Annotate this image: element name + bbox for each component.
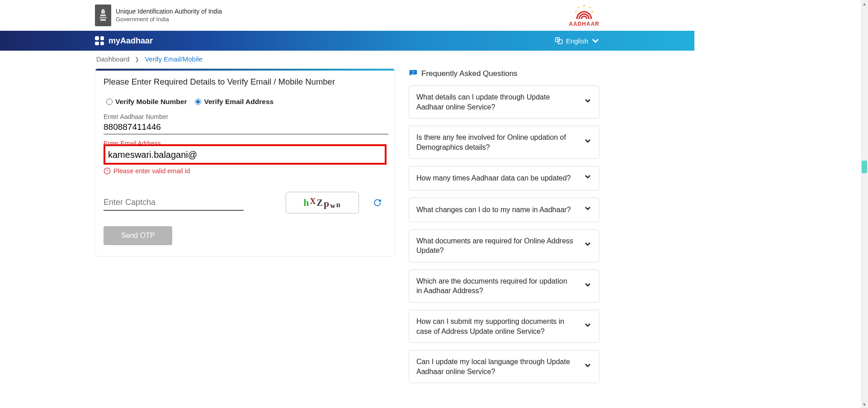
verify-card: Please Enter Required Details to Verify … — [95, 68, 395, 256]
scrollbar-thumb[interactable] — [862, 161, 867, 173]
aadhaar-logo: AADHAAR — [569, 4, 599, 27]
language-label: English — [566, 37, 588, 45]
aadhaar-label: Enter Aadhaar Number — [104, 113, 387, 120]
faq-item-text: What details can I update through Update… — [416, 92, 575, 112]
faq-item[interactable]: What details can I update through Update… — [409, 85, 599, 119]
chevron-down-icon — [584, 97, 592, 108]
chevron-down-icon — [584, 361, 592, 372]
faq-heading-text: Frequently Asked Questions — [421, 69, 518, 78]
top-header: Unique Identification Authority of India… — [0, 0, 694, 31]
breadcrumb-current: Verify Email/Mobile — [145, 55, 203, 63]
breadcrumb: Dashboard ❯ Verify Email/Mobile — [0, 51, 694, 65]
faq-item-text: Can I update my local language through U… — [416, 357, 575, 376]
breadcrumb-dashboard[interactable]: Dashboard — [96, 55, 129, 63]
captcha-image: hXZpwn — [286, 192, 359, 213]
radio-mobile-label: Verify Mobile Number — [115, 98, 187, 106]
radio-email-label: Verify Email Address — [204, 98, 274, 106]
scroll-up-icon[interactable]: ▲ — [861, 0, 868, 7]
send-otp-button[interactable]: Send OTP — [104, 226, 172, 245]
chevron-down-icon — [591, 37, 599, 45]
faq-item-text: How can I submit my supporting documents… — [416, 317, 575, 336]
card-title: Please Enter Required Details to Verify … — [104, 77, 387, 87]
faq-item[interactable]: Can I update my local language through U… — [409, 350, 599, 383]
language-selector[interactable]: English — [555, 37, 599, 45]
captcha-text: hXZpwn — [303, 197, 341, 209]
org-line1: Unique Identification Authority of India — [116, 7, 222, 15]
chevron-right-icon: ❯ — [135, 56, 139, 62]
ashoka-emblem-icon — [95, 5, 111, 26]
faq-icon — [409, 69, 418, 78]
brand[interactable]: myAadhaar — [95, 36, 153, 46]
grid-icon — [95, 36, 104, 45]
govt-logo-block: Unique Identification Authority of India… — [95, 5, 222, 26]
faq-item[interactable]: How many times Aadhaar data can be updat… — [409, 166, 599, 190]
email-error-text: Please enter valid email id — [113, 167, 190, 175]
captcha-input[interactable] — [104, 195, 244, 211]
aadhaar-text: AADHAAR — [569, 21, 599, 27]
chevron-down-icon — [584, 173, 592, 184]
email-input[interactable] — [108, 148, 393, 162]
faq-item-text: What documents are required for Online A… — [416, 236, 575, 256]
faq-item-text: Is there any fee involved for Online upd… — [416, 133, 575, 152]
translate-icon — [555, 37, 563, 45]
scrollbar-track[interactable]: ▲ ▼ — [861, 0, 868, 399]
reload-icon — [373, 199, 382, 207]
org-line2: Government of India — [116, 16, 222, 24]
nav-bar: myAadhaar English — [0, 31, 694, 51]
chevron-down-icon — [584, 204, 592, 215]
faq-heading: Frequently Asked Questions — [409, 69, 599, 78]
chevron-down-icon — [584, 240, 592, 251]
chevron-down-icon — [584, 281, 592, 292]
chevron-down-icon — [584, 137, 592, 148]
radio-mobile[interactable]: Verify Mobile Number — [106, 98, 187, 106]
faq-item-text: What changes can I do to my name in Aadh… — [416, 205, 571, 215]
faq-item[interactable]: How can I submit my supporting documents… — [409, 310, 599, 343]
faq-item[interactable]: What documents are required for Online A… — [409, 229, 599, 262]
faq-sidebar: Frequently Asked Questions What details … — [409, 68, 599, 390]
aadhaar-input[interactable] — [104, 120, 388, 134]
radio-email[interactable]: Verify Email Address — [195, 98, 274, 106]
error-icon — [104, 167, 111, 175]
faq-item-text: Which are the documents required for upd… — [416, 276, 575, 296]
org-text: Unique Identification Authority of India… — [116, 7, 222, 23]
chevron-down-icon — [584, 321, 592, 332]
captcha-reload-button[interactable] — [373, 199, 382, 207]
faq-item[interactable]: Which are the documents required for upd… — [409, 270, 599, 303]
faq-item[interactable]: Is there any fee involved for Online upd… — [409, 126, 599, 159]
brand-text: myAadhaar — [108, 36, 153, 46]
faq-item[interactable]: What changes can I do to my name in Aadh… — [409, 198, 599, 222]
aadhaar-sun-icon — [571, 4, 598, 20]
faq-item-text: How many times Aadhaar data can be updat… — [416, 173, 571, 183]
email-error: Please enter valid email id — [104, 167, 387, 175]
email-highlight-box — [104, 144, 387, 165]
verify-option-group: Verify Mobile Number Verify Email Addres… — [104, 95, 387, 113]
